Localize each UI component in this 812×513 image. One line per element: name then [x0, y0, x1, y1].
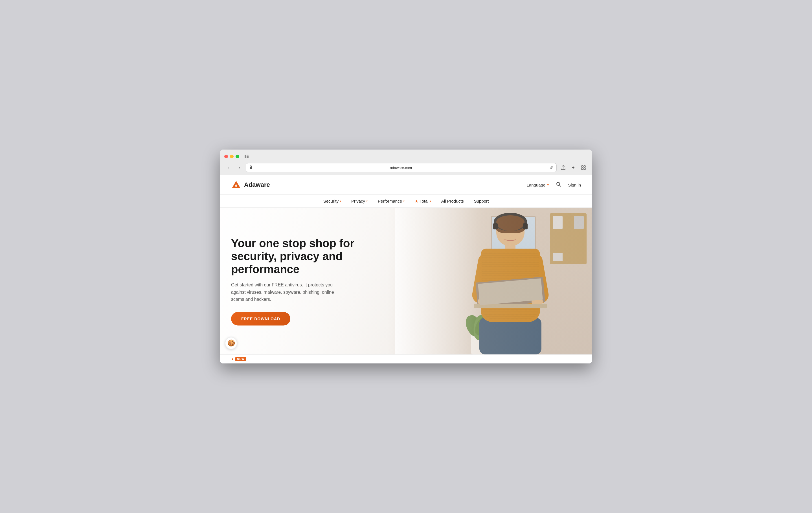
bottom-partial: ★ NEW [220, 354, 592, 364]
minimize-button[interactable] [230, 154, 234, 158]
new-tag-star-icon: ★ [231, 357, 234, 361]
svg-point-11 [235, 184, 237, 187]
site-header: Adaware Language ▼ Sign in [220, 175, 592, 195]
security-icon [250, 165, 252, 170]
nav-performance[interactable]: Performance ▾ [378, 199, 405, 203]
toolbar-right: + [559, 163, 588, 172]
new-badge-label: NEW [235, 357, 246, 361]
browser-chrome: ‹ › adaware.com ↺ + [220, 149, 592, 175]
language-label: Language [526, 182, 545, 188]
website-content: Adaware Language ▼ Sign in Security [220, 175, 592, 364]
hero-content: Your one stop shop for security, privacy… [231, 237, 361, 325]
svg-rect-0 [244, 154, 246, 158]
hero-section: Your one stop shop for security, privacy… [220, 208, 592, 354]
nav-security-label: Security [323, 199, 339, 203]
browser-toolbar: ‹ › adaware.com ↺ + [224, 163, 588, 175]
svg-rect-5 [581, 166, 583, 167]
browser-titlebar [224, 152, 588, 160]
refresh-button[interactable]: ↺ [550, 165, 553, 170]
nav-security-chevron-icon: ▾ [340, 200, 341, 203]
tab-grid-button[interactable] [579, 163, 588, 172]
hero-subtitle: Get started with our FREE antivirus. It … [231, 281, 338, 303]
svg-rect-7 [581, 168, 583, 170]
forward-button[interactable]: › [235, 163, 243, 172]
nav-privacy-label: Privacy [351, 199, 365, 203]
svg-rect-4 [250, 167, 252, 169]
logo[interactable]: Adaware [231, 180, 270, 190]
svg-rect-8 [584, 168, 585, 170]
sidebar-toggle-button[interactable] [243, 152, 251, 160]
main-navigation: Security ▾ Privacy ▾ Performance ▾ ★ Tot… [220, 195, 592, 208]
address-bar[interactable]: adaware.com ↺ [246, 163, 557, 172]
nav-privacy[interactable]: Privacy ▾ [351, 199, 368, 203]
new-tab-button[interactable]: + [569, 163, 578, 172]
language-selector[interactable]: Language ▼ [526, 182, 549, 188]
close-button[interactable] [224, 154, 228, 158]
svg-line-13 [559, 185, 561, 186]
free-download-button[interactable]: FREE DOWNLOAD [231, 312, 290, 325]
cookie-consent-button[interactable]: 🍪 [225, 337, 237, 349]
share-button[interactable] [559, 163, 568, 172]
nav-total[interactable]: ★ Total ▾ [415, 199, 431, 203]
cookie-icon: 🍪 [227, 339, 235, 347]
header-right: Language ▼ Sign in [526, 182, 581, 188]
search-button[interactable] [556, 182, 561, 188]
nav-all-products[interactable]: All Products [441, 199, 464, 203]
browser-window: ‹ › adaware.com ↺ + [220, 149, 592, 364]
new-tag: ★ NEW [231, 357, 246, 361]
traffic-lights [224, 154, 239, 158]
site-name: Adaware [244, 181, 270, 189]
svg-rect-3 [246, 157, 249, 158]
svg-rect-2 [246, 156, 249, 157]
svg-rect-1 [246, 154, 249, 155]
nav-total-chevron-icon: ▾ [430, 200, 431, 203]
nav-support-label: Support [474, 199, 489, 203]
nav-all-products-label: All Products [441, 199, 464, 203]
fullscreen-button[interactable] [236, 154, 239, 158]
language-chevron-icon: ▼ [547, 183, 549, 187]
logo-icon [231, 180, 241, 190]
nav-performance-label: Performance [378, 199, 402, 203]
signin-button[interactable]: Sign in [568, 182, 581, 188]
nav-privacy-chevron-icon: ▾ [366, 200, 368, 203]
nav-total-star-icon: ★ [415, 199, 418, 203]
nav-support[interactable]: Support [474, 199, 489, 203]
nav-total-label: Total [419, 199, 429, 203]
url-text: adaware.com [255, 166, 547, 170]
back-button[interactable]: ‹ [224, 163, 233, 172]
hero-title: Your one stop shop for security, privacy… [231, 237, 361, 276]
svg-rect-6 [584, 166, 585, 167]
nav-security[interactable]: Security ▾ [323, 199, 341, 203]
nav-performance-chevron-icon: ▾ [403, 200, 405, 203]
